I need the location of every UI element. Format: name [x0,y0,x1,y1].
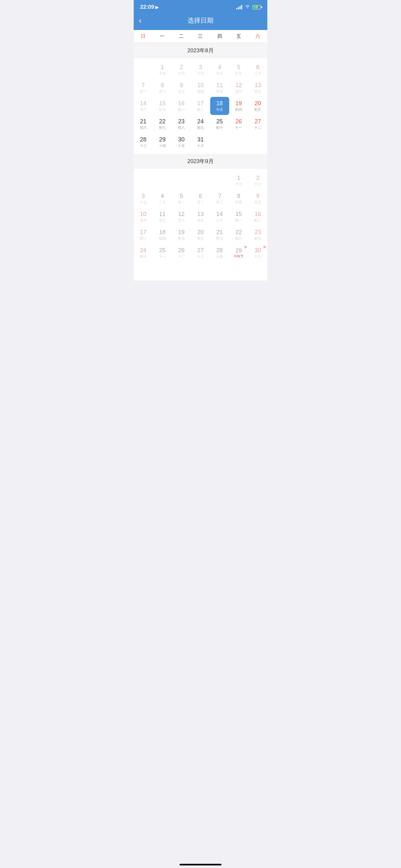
aug-day-16[interactable]: 16 初一 [172,97,191,115]
aug-day-24[interactable]: 24 初九 [191,115,210,133]
sep-day-13[interactable]: 13 廿九 [191,208,210,226]
weekday-tue: 二 [172,33,191,39]
sep-day-22[interactable]: 22 初八 [229,226,248,244]
aug-day-17[interactable]: 17 初二 [191,97,210,115]
aug-day-8[interactable]: 8 廿二 [153,79,172,97]
sep-day-11[interactable]: 11 廿七 [153,208,172,226]
sep-day-14[interactable]: 14 三十 [210,208,229,226]
sep-day-28[interactable]: 28 十四 [210,244,229,262]
sep-day-30[interactable]: 休 30 十六 [248,244,267,262]
sep-day-26[interactable]: 26 十二 [172,244,191,262]
september-grid: 1 十七 2 十八 3 十九 4 二十 5 廿一 6 廿二 [134,169,267,265]
empty-cell [134,61,153,79]
sep-day-15[interactable]: 15 初一 [229,208,248,226]
aug-day-18-today[interactable]: 18 今天 [210,97,229,115]
aug-day-28[interactable]: 28 十三 [134,133,153,151]
aug-day-21[interactable]: 21 初六 [134,115,153,133]
sep-day-23[interactable]: 23 初九 [248,226,267,244]
aug-day-30[interactable]: 30 十五 [172,133,191,151]
sep-day-29[interactable]: 休 29 中秋节 [229,244,248,262]
aug-day-5[interactable]: 5 十九 [229,61,248,79]
weekday-wed: 三 [191,33,210,39]
empty-cell [172,172,191,190]
aug-day-22[interactable]: 22 初七 [153,115,172,133]
empty-cell [153,172,172,190]
aug-day-27[interactable]: 27 十二 [248,115,267,133]
aug-day-20[interactable]: 20 初五 [248,97,267,115]
sep-day-3[interactable]: 3 十九 [134,190,153,208]
weekday-thu: 四 [210,33,229,39]
bottom-spacer [134,265,267,281]
sep-day-19[interactable]: 19 初五 [172,226,191,244]
status-bar: 22:09 ▶ ⚡ [134,0,267,13]
status-icons: ⚡ [236,4,261,10]
battery-icon: ⚡ [252,5,261,9]
wifi-icon [245,4,250,10]
weekday-mon: 一 [153,33,172,39]
aug-day-15[interactable]: 15 廿九 [153,97,172,115]
aug-day-2[interactable]: 2 十六 [172,61,191,79]
aug-day-9[interactable]: 9 廿三 [172,79,191,97]
aug-day-23[interactable]: 23 初八 [172,115,191,133]
sep-day-27[interactable]: 27 十三 [191,244,210,262]
sep-day-4[interactable]: 4 二十 [153,190,172,208]
aug-day-6[interactable]: 6 二十 [248,61,267,79]
sep-day-7[interactable]: 7 廿三 [210,190,229,208]
sep-day-1[interactable]: 1 十七 [229,172,248,190]
august-header: 2023年8月 [134,43,267,58]
aug-day-4[interactable]: 4 十八 [210,61,229,79]
weekday-fri: 五 [229,33,248,39]
empty-cell [229,133,248,151]
sep-day-10[interactable]: 10 廿六 [134,208,153,226]
sep-day-8[interactable]: 8 廿四 [229,190,248,208]
aug-day-7[interactable]: 7 廿一 [134,79,153,97]
sep-day-24[interactable]: 24 初十 [134,244,153,262]
weekday-sat: 六 [248,33,267,39]
sep-day-6[interactable]: 6 廿二 [191,190,210,208]
sep-day-16[interactable]: 16 初二 [248,208,267,226]
nav-header: ‹ 选择日期 [134,13,267,30]
aug-day-26[interactable]: 26 十一 [229,115,248,133]
location-icon: ▶ [155,5,158,10]
sep-day-12[interactable]: 12 廿八 [172,208,191,226]
empty-cell [191,172,210,190]
aug-day-12[interactable]: 12 廿六 [229,79,248,97]
sep-day-5[interactable]: 5 廿一 [172,190,191,208]
weekday-header-row: 日 一 二 三 四 五 六 [134,30,267,43]
aug-day-10[interactable]: 10 廿四 [191,79,210,97]
august-section: 2023年8月 1 十五 2 十六 3 十七 4 十八 5 十九 [134,43,267,154]
empty-cell [210,133,229,151]
sep-day-20[interactable]: 20 初六 [191,226,210,244]
time-display: 22:09 [140,4,154,10]
empty-cell [210,172,229,190]
aug-day-11[interactable]: 11 廿五 [210,79,229,97]
sep-day-25[interactable]: 25 十一 [153,244,172,262]
sep-day-21[interactable]: 21 初七 [210,226,229,244]
september-header: 2023年9月 [134,154,267,169]
empty-cell [134,172,153,190]
aug-day-3[interactable]: 3 十七 [191,61,210,79]
signal-icon [236,5,242,9]
aug-day-1[interactable]: 1 十五 [153,61,172,79]
sep-day-18[interactable]: 18 初四 [153,226,172,244]
page-title: 选择日期 [188,16,213,25]
aug-day-19[interactable]: 19 初四 [229,97,248,115]
september-section: 2023年9月 1 十七 2 十八 3 十九 4 二十 [134,154,267,265]
aug-day-31[interactable]: 31 十六 [191,133,210,151]
sep-day-9[interactable]: 9 廿五 [248,190,267,208]
calendar-scroll: 2023年8月 1 十五 2 十六 3 十七 4 十八 5 十九 [134,43,267,281]
sep-day-2[interactable]: 2 十八 [248,172,267,190]
aug-day-13[interactable]: 13 廿七 [248,79,267,97]
sep-day-17[interactable]: 17 初三 [134,226,153,244]
aug-day-29[interactable]: 29 十四 [153,133,172,151]
aug-day-14[interactable]: 14 廿八 [134,97,153,115]
august-grid: 1 十五 2 十六 3 十七 4 十八 5 十九 6 二十 [134,58,267,154]
status-time: 22:09 ▶ [140,4,158,10]
weekday-sun: 日 [134,33,153,39]
back-button[interactable]: ‹ [139,16,142,26]
aug-day-25[interactable]: 25 初十 [210,115,229,133]
